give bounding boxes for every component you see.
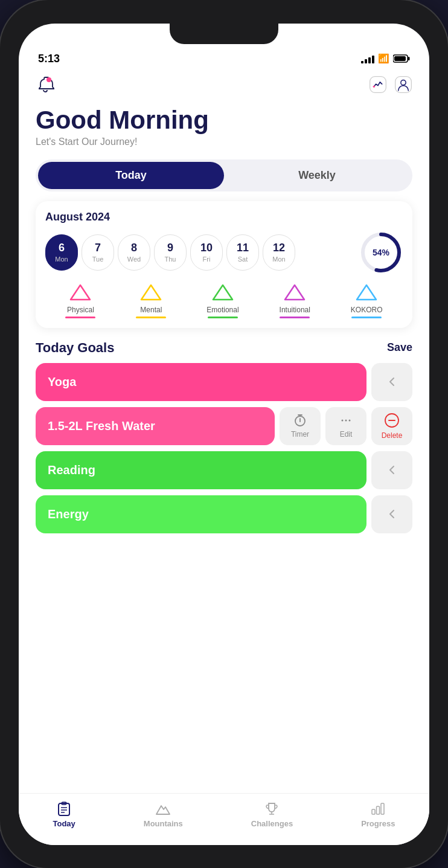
day-num: 6 [59,242,65,254]
category-name: Physical [67,306,94,314]
progress-label: 54% [373,248,389,257]
intuitional-icon [283,281,307,303]
greeting-subtitle: Let's Start Our Journey! [36,137,412,147]
category-emotional[interactable]: Emotional [206,281,238,318]
goals-title: Today Goals [36,340,114,356]
day-num: 10 [200,242,213,254]
edit-button[interactable]: Edit [325,407,366,445]
header-right-icons [369,76,412,96]
svg-rect-2 [394,56,406,61]
svg-rect-6 [395,76,412,92]
clipboard-icon [56,801,72,817]
goal-row: Yoga [36,363,412,401]
goals-header: Today Goals Save [36,340,412,356]
tab-weekly[interactable]: Weekly [224,162,410,189]
goal-chevron-button[interactable] [371,363,412,401]
timer-icon [293,413,307,428]
goal-card-0[interactable]: Yoga [36,363,366,401]
signal-icon [361,54,374,63]
timer-button[interactable]: Timer [280,407,321,445]
day-label: Thu [165,256,176,263]
nav-mountains-label: Mountains [144,819,183,828]
calendar-card: August 2024 6 Mon7 Tue8 Wed9 Thu10 Fri11… [36,201,412,328]
category-name: Mental [140,306,162,314]
save-button[interactable]: Save [387,341,412,354]
day-label: Mon [272,256,285,263]
day-item-11[interactable]: 11 Sat [226,234,259,271]
kokoro-icon [354,281,379,303]
category-kokoro[interactable]: KOKORO [351,281,383,318]
app-header [19,70,429,99]
svg-point-13 [342,420,344,422]
nav-today[interactable]: Today [53,801,75,828]
goal-name: Reading [48,463,95,477]
goal-card-1[interactable]: 1.5-2L Fresh Water [36,407,275,445]
day-label: Mon [55,256,68,263]
category-physical[interactable]: Physical [65,281,95,318]
emotional-icon [211,281,235,303]
nav-progress-label: Progress [361,819,395,828]
battery-icon [393,54,410,63]
nav-progress[interactable]: Progress [361,801,395,828]
day-item-8[interactable]: 8 Wed [118,234,150,271]
profile-icon [394,76,412,94]
nav-challenges-label: Challenges [251,819,293,828]
calendar-month: August 2024 [45,211,403,223]
tab-today[interactable]: Today [38,162,224,189]
category-name: Emotional [206,306,238,314]
category-name: Intuitional [280,306,310,314]
day-item-12[interactable]: 12 Mon [263,234,295,271]
svg-rect-25 [377,806,380,814]
nav-mountains[interactable]: Mountains [144,801,183,828]
goal-name: Yoga [48,375,76,389]
delete-icon [383,412,400,429]
goal-row: Reading [36,451,412,489]
trophy-icon [264,801,280,817]
phone-device: 5:13 📶 [0,0,448,868]
category-line [136,317,166,318]
svg-point-12 [345,420,347,422]
edit-label: Edit [340,430,353,439]
mental-icon [139,281,163,303]
goal-card-2[interactable]: Reading [36,451,366,489]
calendar-row: 6 Mon7 Tue8 Wed9 Thu10 Fri11 Sat12 Mon 5… [45,231,403,274]
nav-challenges[interactable]: Challenges [251,801,293,828]
chevron-left-icon [386,376,398,388]
notch [170,24,278,44]
status-time: 5:13 [38,53,60,65]
goal-name: 1.5-2L Fresh Water [48,419,155,433]
tab-switcher: Today Weekly [36,159,412,191]
category-line [208,317,238,318]
category-intuitional[interactable]: Intuitional [280,281,310,318]
goal-chevron-button[interactable] [371,451,412,489]
nav-today-label: Today [53,819,75,828]
goal-card-3[interactable]: Energy [36,495,366,533]
day-label: Fri [203,256,211,263]
day-item-6[interactable]: 6 Mon [45,234,78,271]
day-num: 8 [131,242,137,254]
delete-button[interactable]: Delete [371,407,412,445]
chart-icon [370,801,386,817]
goals-section: Today Goals Save Yoga 1.5-2L Fresh Water… [19,335,429,793]
analytics-icon [369,76,387,94]
day-label: Tue [92,256,104,263]
day-num: 11 [237,242,249,254]
category-line [280,317,310,318]
profile-button[interactable] [394,76,412,96]
bell-button[interactable] [36,75,55,97]
svg-point-7 [401,80,406,85]
day-num: 12 [273,242,285,254]
greeting-title: Good Morning [36,106,412,134]
goal-chevron-button[interactable] [371,495,412,533]
day-item-10[interactable]: 10 Fri [190,234,223,271]
bottom-nav: Today Mountains Challenges [19,793,429,845]
physical-icon [68,281,92,303]
analytics-button[interactable] [369,76,387,96]
day-num: 9 [167,242,173,254]
chevron-left-icon [386,464,398,476]
svg-rect-24 [372,809,375,814]
svg-point-14 [349,420,351,422]
category-mental[interactable]: Mental [136,281,166,318]
day-item-9[interactable]: 9 Thu [154,234,187,271]
day-item-7[interactable]: 7 Tue [82,234,114,271]
